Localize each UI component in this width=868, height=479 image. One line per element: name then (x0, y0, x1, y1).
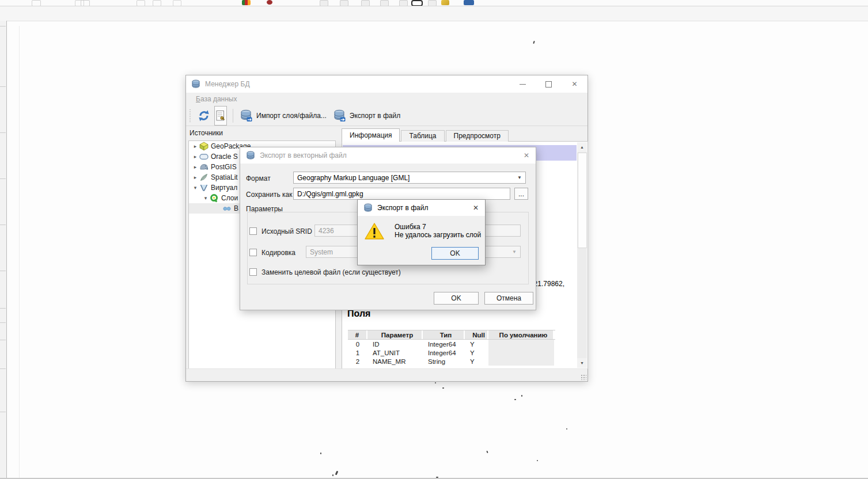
database-export-icon (333, 109, 347, 122)
browse-button[interactable]: ... (514, 188, 528, 200)
replace-file-label: Заменить целевой файл (если существует) (261, 268, 401, 276)
db-manager-menubar: База данных (186, 93, 587, 105)
host-menu-strip (0, 6, 868, 21)
resize-grip[interactable] (580, 374, 586, 380)
chevron-down-icon: ▼ (512, 249, 517, 254)
export-ok-button[interactable]: OK (434, 292, 479, 305)
clipped-toolbar-icon (428, 0, 437, 6)
save-as-label: Сохранить как (246, 191, 292, 199)
error-text-line2: Не удалось загрузить слой (395, 231, 481, 239)
error-text-line1: Ошибка 7 (395, 223, 426, 231)
dialog-title: Экспорт в файл (377, 204, 428, 212)
encoding-checkbox[interactable] (249, 249, 257, 256)
db-manager-statusbar (186, 368, 587, 381)
column-header: # (348, 330, 367, 339)
encoding-label: Кодировка (261, 249, 295, 257)
clipped-toolbar-icon (173, 0, 181, 6)
clipped-toolbar-icon (320, 0, 328, 6)
close-button[interactable]: ✕ (562, 75, 587, 93)
source-srid-label: Исходный SRID (261, 227, 312, 235)
vertical-scrollbar[interactable]: ▲ ▼ (577, 142, 587, 368)
desktop: Менеджер БД ✕ База данных (0, 0, 868, 479)
spatialite-icon (199, 173, 209, 182)
clipped-host-toolbar (0, 0, 868, 6)
maximize-icon (545, 81, 552, 88)
import-layer-label: Импорт слоя/файла... (256, 112, 327, 120)
clipped-toolbar-icon (32, 0, 41, 6)
postgis-icon (199, 162, 209, 172)
close-icon: ✕ (571, 80, 577, 88)
close-icon[interactable]: ✕ (473, 204, 479, 212)
database-import-icon (240, 109, 253, 122)
menu-database[interactable]: База данных (196, 95, 237, 103)
database-icon (191, 79, 200, 89)
clipped-toolbar-icon (380, 0, 389, 6)
fields-table: # Параметр Тип Null По умолчанию 0 ID In… (348, 330, 555, 366)
error-dialog-titlebar: Экспорт в файл ✕ (358, 200, 485, 216)
tab-information[interactable]: Информация (342, 128, 400, 142)
clipped-toolbar-icon (137, 0, 145, 6)
export-error-dialog: Экспорт в файл ✕ Ошибка 7 Не удалось заг… (357, 199, 486, 265)
database-icon (246, 151, 255, 160)
expand-arrow-icon[interactable]: ▸ (191, 143, 199, 149)
scroll-up-arrow-icon[interactable]: ▲ (577, 142, 587, 152)
polygon-layer-icon (222, 205, 232, 212)
host-left-dock-edge (0, 21, 7, 479)
refresh-icon (198, 109, 210, 122)
format-combobox[interactable]: Geography Markup Language [GML] ▼ (293, 172, 526, 184)
legend-colors-icon (242, 0, 251, 5)
expand-arrow-icon[interactable]: ▸ (191, 174, 199, 180)
toolbar-separator (233, 109, 233, 123)
minimize-button[interactable] (510, 75, 536, 93)
collapse-arrow-icon[interactable]: ▾ (202, 195, 210, 201)
clipped-toolbar-icon (81, 0, 90, 6)
db-manager-toolbar: Импорт слоя/файла... Экспорт в файл (186, 105, 587, 126)
import-layer-button[interactable]: Импорт слоя/файла... (237, 108, 329, 124)
source-srid-checkbox[interactable] (249, 227, 257, 235)
chevron-down-icon: ▼ (517, 175, 522, 180)
geopackage-icon (199, 142, 209, 151)
pencil-icon (441, 0, 449, 5)
error-ok-button[interactable]: OK (431, 247, 479, 260)
toolbar-drag-handle[interactable] (189, 109, 192, 122)
export-file-button[interactable]: Экспорт в файл (331, 108, 403, 124)
table-row: 1 AT_UNIT Integer64 Y (348, 348, 555, 357)
clipped-toolbar-icon (361, 0, 370, 6)
sql-window-button[interactable] (214, 106, 227, 126)
export-file-label: Экспорт в файл (350, 112, 400, 120)
table-row: 2 NAME_MR String Y (348, 357, 555, 366)
panel-icon (464, 0, 474, 5)
oracle-spatial-icon (199, 152, 209, 161)
minimize-icon (520, 84, 526, 85)
dialog-title: Экспорт в векторный файл (260, 151, 347, 159)
export-dialog-titlebar: Экспорт в векторный файл ✕ (240, 147, 536, 164)
save-as-input[interactable] (293, 188, 510, 200)
column-header: Тип (423, 330, 465, 339)
database-icon (363, 203, 373, 212)
fields-table-header: # Параметр Тип Null По умолчанию (348, 330, 555, 340)
expand-arrow-icon[interactable]: ▸ (191, 164, 199, 170)
qgis-layers-icon (210, 193, 219, 203)
replace-file-checkbox[interactable] (249, 268, 257, 276)
scrollbar-thumb[interactable] (578, 153, 587, 248)
collapse-arrow-icon[interactable]: ▾ (191, 185, 199, 191)
export-cancel-button[interactable]: Отмена (484, 292, 533, 305)
column-header: Null (465, 330, 488, 339)
window-controls: ✕ (510, 75, 587, 93)
close-icon[interactable]: ✕ (524, 151, 529, 159)
column-header: По умолчанию (488, 330, 554, 339)
binoculars-icon (411, 0, 423, 6)
tab-preview[interactable]: Предпросмотр (446, 130, 509, 142)
table-row: 0 ID Integer64 Y (348, 340, 555, 348)
maximize-button[interactable] (536, 75, 562, 93)
clipped-toolbar-icon (399, 0, 408, 6)
column-header: Параметр (367, 330, 423, 339)
virtual-layers-icon (199, 183, 209, 192)
scroll-down-arrow-icon[interactable]: ▼ (577, 358, 587, 368)
host-panel-divider (19, 26, 20, 479)
expand-arrow-icon[interactable]: ▸ (191, 154, 199, 159)
refresh-button[interactable] (195, 108, 213, 124)
tab-table[interactable]: Таблица (401, 130, 444, 142)
window-title: Менеджер БД (205, 80, 250, 88)
sql-window-icon (216, 111, 225, 121)
